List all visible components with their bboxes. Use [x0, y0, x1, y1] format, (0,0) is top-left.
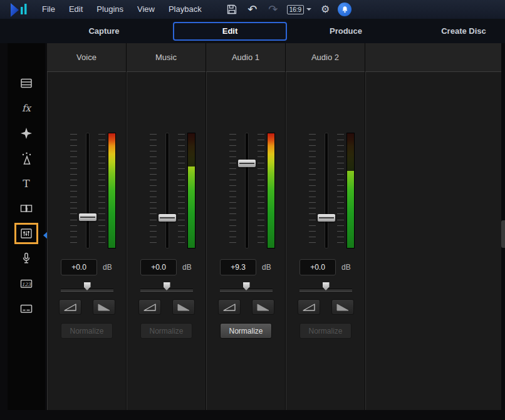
- volume-fader[interactable]: [150, 133, 185, 248]
- undo-icon[interactable]: ↶: [244, 2, 261, 17]
- fader-ticks-right: [98, 134, 105, 247]
- tab-edit[interactable]: Edit: [173, 22, 287, 41]
- save-icon[interactable]: [224, 2, 240, 17]
- gain-value-input[interactable]: +0.0: [299, 259, 336, 275]
- db-unit-label: dB: [262, 263, 271, 272]
- fader-ticks-left: [70, 134, 77, 247]
- tab-create-disc[interactable]: Create Disc: [426, 19, 501, 43]
- fader-handle[interactable]: [238, 160, 256, 167]
- fader-ticks-right: [178, 134, 185, 247]
- audio-mixing-room-icon[interactable]: [14, 223, 38, 244]
- fade-in-icon: [222, 303, 236, 312]
- empty-header: [365, 43, 501, 72]
- channel-name: Audio 1: [232, 53, 259, 62]
- fade-out-button[interactable]: [93, 299, 115, 315]
- fade-buttons: [138, 299, 206, 315]
- fader-handle[interactable]: [159, 214, 176, 222]
- fade-in-button[interactable]: [298, 299, 320, 315]
- fader-groove: [245, 133, 249, 248]
- fade-buttons: [298, 299, 365, 315]
- gain-row: +0.0 dB: [61, 259, 126, 275]
- spacer: [206, 72, 285, 115]
- fader-handle[interactable]: [318, 214, 335, 222]
- normalize-button[interactable]: Normalize: [61, 323, 113, 339]
- fader-area: [206, 133, 285, 248]
- mixer-channel: Voice +0.0 dB: [47, 43, 127, 410]
- menu-plugins[interactable]: Plugins: [90, 0, 130, 19]
- menu-playback[interactable]: Playback: [162, 0, 209, 19]
- aspect-ratio-selector[interactable]: 16:9: [286, 5, 313, 14]
- fader-area: [127, 133, 206, 248]
- redo-icon[interactable]: ↷: [265, 2, 281, 17]
- fade-in-button[interactable]: [138, 299, 161, 315]
- pan-slider[interactable]: [140, 282, 193, 293]
- aspect-ratio-value: 16:9: [287, 5, 304, 14]
- title-room-icon[interactable]: T: [16, 173, 37, 194]
- mixer-empty-area: [365, 43, 501, 410]
- volume-fader[interactable]: [70, 133, 105, 248]
- channel-name: Audio 2: [311, 53, 339, 62]
- transition-room-icon[interactable]: [16, 198, 37, 219]
- db-unit-label: dB: [182, 263, 192, 272]
- settings-gear-icon[interactable]: ⚙: [317, 2, 333, 17]
- tab-produce[interactable]: Produce: [308, 19, 383, 43]
- level-meter: [108, 133, 116, 248]
- tab-capture[interactable]: Capture: [66, 19, 142, 43]
- notification-bell-icon[interactable]: [338, 3, 351, 16]
- fader-ticks-left: [229, 134, 236, 247]
- fader-groove: [165, 133, 169, 248]
- level-meter-unlit: [347, 133, 354, 171]
- media-room-icon[interactable]: [16, 73, 37, 94]
- fader-groove: [86, 133, 90, 248]
- gain-row: +0.0 dB: [140, 259, 206, 275]
- gain-row: +0.0 dB: [299, 259, 365, 275]
- fade-out-icon: [177, 303, 190, 312]
- gain-value-input[interactable]: +9.3: [220, 259, 256, 275]
- volume-fader[interactable]: [309, 133, 344, 248]
- db-unit-label: dB: [341, 263, 351, 272]
- subtitle-room-icon[interactable]: [16, 298, 37, 319]
- fade-out-button[interactable]: [331, 299, 354, 315]
- channel-name: Voice: [76, 53, 96, 62]
- svg-text:fx: fx: [22, 103, 32, 114]
- menu-edit[interactable]: Edit: [62, 0, 90, 19]
- pan-slider[interactable]: [299, 282, 352, 293]
- fader-ticks-right: [258, 134, 264, 247]
- volume-fader[interactable]: [229, 133, 264, 248]
- fade-out-button[interactable]: [172, 299, 195, 315]
- chapter-room-icon[interactable]: 123: [16, 273, 37, 294]
- menubar: File Edit Plugins View Playback ↶ ↷ 16:9…: [0, 0, 505, 19]
- particle-room-icon[interactable]: [16, 148, 37, 169]
- mixer-channel: Audio 2 +0.0 dB: [286, 43, 365, 410]
- fade-in-button[interactable]: [59, 299, 81, 315]
- fade-buttons: [218, 299, 285, 315]
- menu-file[interactable]: File: [35, 0, 62, 19]
- gain-row: +9.3 dB: [220, 259, 285, 275]
- spacer: [127, 72, 206, 115]
- fader-area: [286, 133, 365, 248]
- fade-out-icon: [336, 303, 350, 312]
- fade-in-icon: [143, 303, 157, 312]
- panel-resize-grip[interactable]: [501, 220, 505, 248]
- menu-view[interactable]: View: [130, 0, 162, 19]
- fade-in-button[interactable]: [218, 299, 241, 315]
- effect-room-icon[interactable]: fx: [16, 98, 37, 119]
- app-logo-icon: [9, 2, 30, 18]
- level-meter: [267, 133, 275, 248]
- gain-value-input[interactable]: +0.0: [61, 259, 97, 275]
- fade-out-button[interactable]: [252, 299, 274, 315]
- fader-groove: [325, 133, 328, 248]
- normalize-button[interactable]: Normalize: [299, 323, 351, 339]
- pan-slider[interactable]: [61, 282, 113, 293]
- fader-handle[interactable]: [79, 213, 96, 221]
- voice-over-room-icon[interactable]: [16, 248, 37, 269]
- pip-objects-room-icon[interactable]: [16, 123, 37, 144]
- level-meter: [346, 133, 355, 248]
- pan-slider[interactable]: [220, 282, 273, 293]
- normalize-button[interactable]: Normalize: [220, 323, 272, 339]
- normalize-button[interactable]: Normalize: [140, 323, 192, 339]
- fade-out-icon: [97, 303, 111, 312]
- level-meter: [187, 133, 195, 248]
- mode-tab-bar: Capture Edit Produce Create Disc: [0, 19, 505, 43]
- gain-value-input[interactable]: +0.0: [140, 259, 177, 275]
